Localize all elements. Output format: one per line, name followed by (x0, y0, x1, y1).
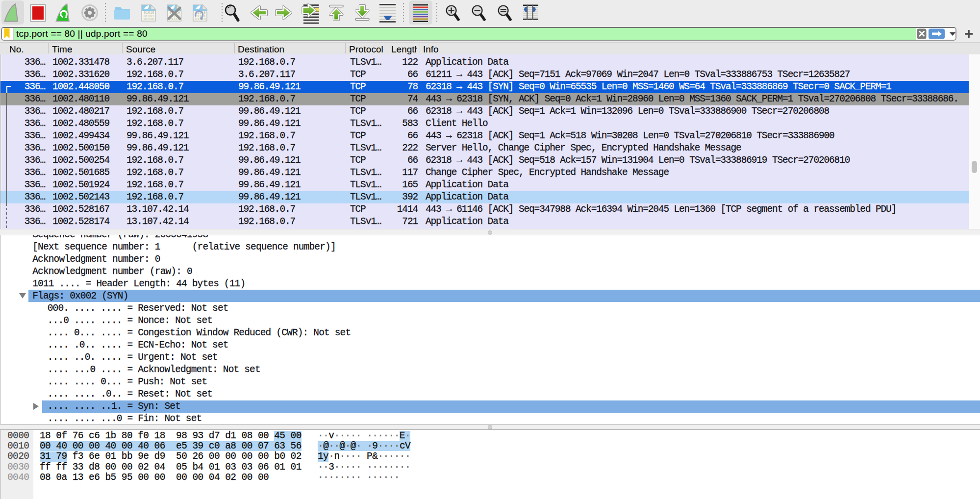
svg-text:01110: 01110 (144, 17, 154, 21)
